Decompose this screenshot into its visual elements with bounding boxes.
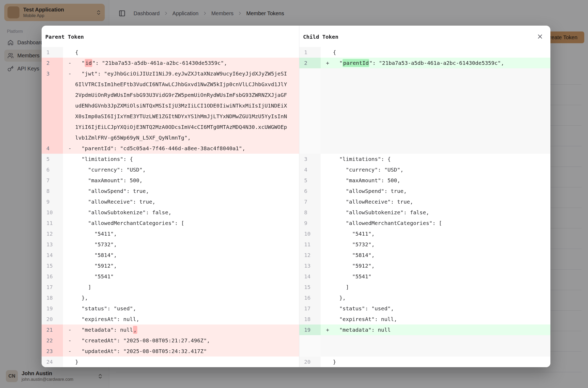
code-line-text: "5541" [75,271,299,282]
line-number: 9 [299,218,321,228]
code-line-text: ] [75,282,299,292]
line-number: 11 [299,239,321,250]
diff-line-7: 7 "maxAmount": 500, [42,175,299,186]
diff-marker: - [63,58,75,68]
code-line-text: "id": "21ba7a53-a5db-461a-a2bc-61430de53… [75,58,299,68]
code-line-text: "allowSpend": true, [333,186,550,196]
line-number: 13 [42,239,63,250]
code-line-text: "5411", [75,228,299,239]
diff-line-21: 21- "metadata": null, [42,324,299,335]
diff-line-5: 5 "maxAmount": 500, [299,175,550,186]
code-line-text: "allowSubtokenize": false, [75,207,299,218]
code-line-text: "5912", [333,260,550,271]
diff-marker: - [63,143,75,154]
diff-line-17: 17 "status": "used", [299,303,550,314]
line-number: 9 [42,196,63,207]
line-number: 8 [42,186,63,196]
line-number: 5 [42,154,63,164]
line-number [299,335,321,357]
diff-line-12: 12 "5814", [299,250,550,260]
line-number: 4 [299,164,321,175]
diff-line-18: 18 }, [42,292,299,303]
diff-line-6: 6 "currency": "USD", [42,164,299,175]
diff-line-13: 13 "5732", [42,239,299,250]
diff-line-17: 17 ] [42,282,299,292]
line-number: 1 [42,47,63,58]
code-line-text: "5411", [333,228,550,239]
code-line-text: "limitations": { [75,154,299,164]
line-number: 6 [42,164,63,175]
line-number: 2 [42,58,63,68]
diff-line-1: 1{ [42,47,299,58]
close-button[interactable] [536,33,544,41]
code-line-text: "5814", [75,250,299,260]
line-number: 17 [42,282,63,292]
line-number: 19 [299,324,321,335]
diff-line-11: 11 "allowedMerchantCategories": [ [42,218,299,228]
diff-line-20: 20 "expiresAt": null, [42,314,299,324]
diff-line-10: 10 "5411", [299,228,550,239]
diff-marker: - [63,324,75,335]
code-line-text: "expiresAt": null, [75,314,299,324]
diff-line-14: 14 "5814", [42,250,299,260]
diff-line-15: 15 ] [299,282,550,292]
line-number: 7 [299,196,321,207]
parent-token-diff: 1{2- "id": "21ba7a53-a5db-461a-a2bc-6143… [42,47,299,367]
line-number: 10 [42,207,63,218]
code-line-text: "5541" [333,271,550,282]
code-line-text: "maxAmount": 500, [75,175,299,186]
diff-line-11: 11 "5732", [299,239,550,250]
diff-line-8: 8 "allowSpend": true, [42,186,299,196]
line-number: 10 [299,228,321,239]
line-number: 15 [42,260,63,271]
line-number: 14 [299,271,321,282]
line-number: 13 [299,260,321,271]
line-number: 16 [42,271,63,282]
code-line-text: "expiresAt": null, [333,314,550,324]
code-line-text: "allowReceive": true, [75,196,299,207]
line-number: 18 [299,314,321,324]
inline-diff-highlight: id [85,59,92,67]
diff-line-12: 12 "5411", [42,228,299,239]
line-number: 15 [299,282,321,292]
code-line-text: "updatedAt": "2025-08-08T05:24:32.417Z" [75,346,299,357]
line-number: 11 [42,218,63,228]
x-icon [537,33,543,40]
diff-line-2: 2- "id": "21ba7a53-a5db-461a-a2bc-61430d… [42,58,299,68]
inline-diff-highlight: parentId [343,59,369,67]
diff-line-16: 16 "5541" [42,271,299,282]
code-line-text: }, [333,292,550,303]
diff-marker: - [63,335,75,346]
code-line-text: "metadata": null, [75,324,299,335]
line-number: 14 [42,250,63,260]
diff-line-13: 13 "5912", [299,260,550,271]
diff-line-9: 9 "allowReceive": true, [42,196,299,207]
diff-line-3: 3 "limitations": { [299,154,550,164]
code-line-text: "allowedMerchantCategories": [ [333,218,550,228]
diff-line-7: 7 "allowReceive": true, [299,196,550,207]
diff-line-5: 5 "limitations": { [42,154,299,164]
diff-line-1: 1{ [299,47,550,58]
code-line-text: "status": "used", [75,303,299,314]
code-line-text: "status": "used", [333,303,550,314]
code-line-text: "5912", [75,260,299,271]
code-line-text: } [75,357,299,367]
diff-line-3: 3- "jwt": "eyJhbGciOiJIUzI1NiJ9.eyJwZXJt… [42,68,299,143]
diff-line-2: 2+ "parentId": "21ba7a53-a5db-461a-a2bc-… [299,58,550,68]
diff-marker: + [321,58,333,68]
diff-line-9: 9 "allowedMerchantCategories": [ [299,218,550,228]
code-line-text: } [333,357,550,367]
inline-diff-highlight: , [133,326,137,334]
line-number: 3 [42,68,63,143]
diff-line-8: 8 "allowSubtokenize": false, [299,207,550,218]
line-number: 24 [42,357,63,367]
line-number: 5 [299,175,321,186]
child-token-title: Child Token [299,26,550,47]
line-number [299,68,321,154]
line-number: 12 [42,228,63,239]
code-line-text: ] [333,282,550,292]
code-line-text: "5732", [333,239,550,250]
code-line-text: { [75,47,299,58]
code-line-text: "5732", [75,239,299,250]
diff-line-6: 6 "allowSpend": true, [299,186,550,196]
